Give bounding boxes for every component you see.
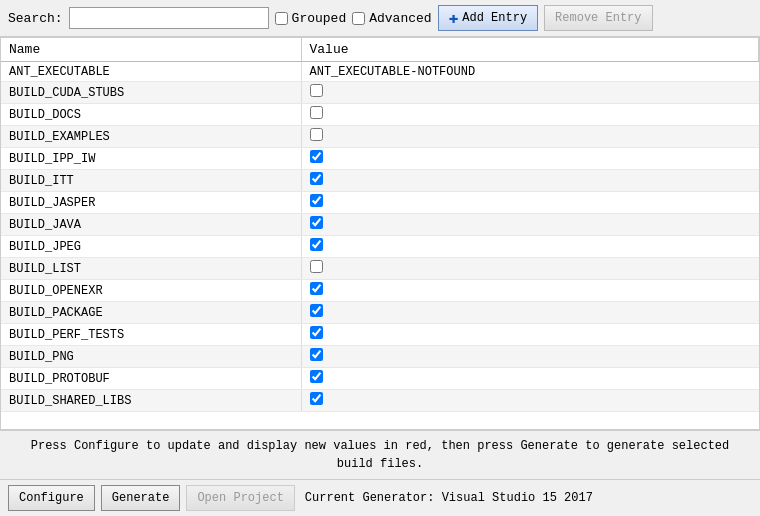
row-checkbox[interactable] (310, 216, 323, 229)
row-checkbox[interactable] (310, 150, 323, 163)
row-value[interactable] (301, 368, 759, 390)
row-value[interactable] (301, 302, 759, 324)
table-row: BUILD_DOCS (1, 104, 759, 126)
row-name: ANT_EXECUTABLE (1, 62, 301, 82)
row-value: ANT_EXECUTABLE-NOTFOUND (301, 62, 759, 82)
row-name: BUILD_LIST (1, 258, 301, 280)
row-name: BUILD_JAVA (1, 214, 301, 236)
table-row: BUILD_PNG (1, 346, 759, 368)
table-row: BUILD_PROTOBUF (1, 368, 759, 390)
search-input[interactable] (69, 7, 269, 29)
table-row: BUILD_ITT (1, 170, 759, 192)
row-checkbox[interactable] (310, 172, 323, 185)
toolbar: Search: Grouped Advanced ✚ Add Entry Rem… (0, 0, 760, 37)
row-value[interactable] (301, 82, 759, 104)
generator-label: Current Generator: Visual Studio 15 2017 (305, 491, 593, 505)
grouped-checkbox[interactable] (275, 12, 288, 25)
data-table: Name Value ANT_EXECUTABLEANT_EXECUTABLE-… (1, 38, 759, 412)
open-project-button[interactable]: Open Project (186, 485, 294, 511)
row-name: BUILD_PROTOBUF (1, 368, 301, 390)
row-checkbox[interactable] (310, 348, 323, 361)
table-row: BUILD_JAVA (1, 214, 759, 236)
row-value[interactable] (301, 390, 759, 412)
row-value[interactable] (301, 104, 759, 126)
table-row: ANT_EXECUTABLEANT_EXECUTABLE-NOTFOUND (1, 62, 759, 82)
row-checkbox[interactable] (310, 128, 323, 141)
row-value[interactable] (301, 324, 759, 346)
row-value[interactable] (301, 192, 759, 214)
status-bar: Press Configure to update and display ne… (0, 430, 760, 479)
remove-entry-button[interactable]: Remove Entry (544, 5, 652, 31)
table-row: BUILD_SHARED_LIBS (1, 390, 759, 412)
row-checkbox[interactable] (310, 260, 323, 273)
table-row: BUILD_PACKAGE (1, 302, 759, 324)
advanced-checkbox[interactable] (352, 12, 365, 25)
plus-icon: ✚ (449, 8, 459, 28)
row-checkbox[interactable] (310, 392, 323, 405)
row-name: BUILD_SHARED_LIBS (1, 390, 301, 412)
row-checkbox[interactable] (310, 304, 323, 317)
col-name-header: Name (1, 38, 301, 62)
table-row: BUILD_CUDA_STUBS (1, 82, 759, 104)
row-value[interactable] (301, 148, 759, 170)
row-value[interactable] (301, 214, 759, 236)
row-checkbox[interactable] (310, 282, 323, 295)
generate-button[interactable]: Generate (101, 485, 181, 511)
row-name: BUILD_OPENEXR (1, 280, 301, 302)
table-row: BUILD_OPENEXR (1, 280, 759, 302)
status-line1: Press Configure to update and display ne… (8, 437, 752, 455)
advanced-label: Advanced (369, 11, 431, 26)
row-value[interactable] (301, 258, 759, 280)
row-value[interactable] (301, 346, 759, 368)
status-line2: build files. (8, 455, 752, 473)
table-row: BUILD_JASPER (1, 192, 759, 214)
grouped-group: Grouped (275, 11, 347, 26)
row-checkbox[interactable] (310, 84, 323, 97)
table-container: Name Value ANT_EXECUTABLEANT_EXECUTABLE-… (0, 37, 760, 430)
table-row: BUILD_PERF_TESTS (1, 324, 759, 346)
row-checkbox[interactable] (310, 194, 323, 207)
row-checkbox[interactable] (310, 370, 323, 383)
add-entry-button[interactable]: ✚ Add Entry (438, 5, 538, 31)
configure-button[interactable]: Configure (8, 485, 95, 511)
search-label: Search: (8, 11, 63, 26)
bottom-bar: Configure Generate Open Project Current … (0, 479, 760, 516)
row-value[interactable] (301, 170, 759, 192)
table-row: BUILD_IPP_IW (1, 148, 759, 170)
row-name: BUILD_JPEG (1, 236, 301, 258)
row-name: BUILD_IPP_IW (1, 148, 301, 170)
table-header-row: Name Value (1, 38, 759, 62)
row-value[interactable] (301, 280, 759, 302)
table-row: BUILD_JPEG (1, 236, 759, 258)
row-checkbox[interactable] (310, 238, 323, 251)
table-row: BUILD_LIST (1, 258, 759, 280)
advanced-group: Advanced (352, 11, 431, 26)
row-checkbox[interactable] (310, 326, 323, 339)
row-name: BUILD_ITT (1, 170, 301, 192)
row-name: BUILD_EXAMPLES (1, 126, 301, 148)
row-checkbox[interactable] (310, 106, 323, 119)
grouped-label: Grouped (292, 11, 347, 26)
col-value-header: Value (301, 38, 759, 62)
row-value[interactable] (301, 236, 759, 258)
row-name: BUILD_DOCS (1, 104, 301, 126)
table-row: BUILD_EXAMPLES (1, 126, 759, 148)
row-name: BUILD_PNG (1, 346, 301, 368)
row-name: BUILD_CUDA_STUBS (1, 82, 301, 104)
row-value[interactable] (301, 126, 759, 148)
row-name: BUILD_JASPER (1, 192, 301, 214)
row-name: BUILD_PERF_TESTS (1, 324, 301, 346)
row-name: BUILD_PACKAGE (1, 302, 301, 324)
